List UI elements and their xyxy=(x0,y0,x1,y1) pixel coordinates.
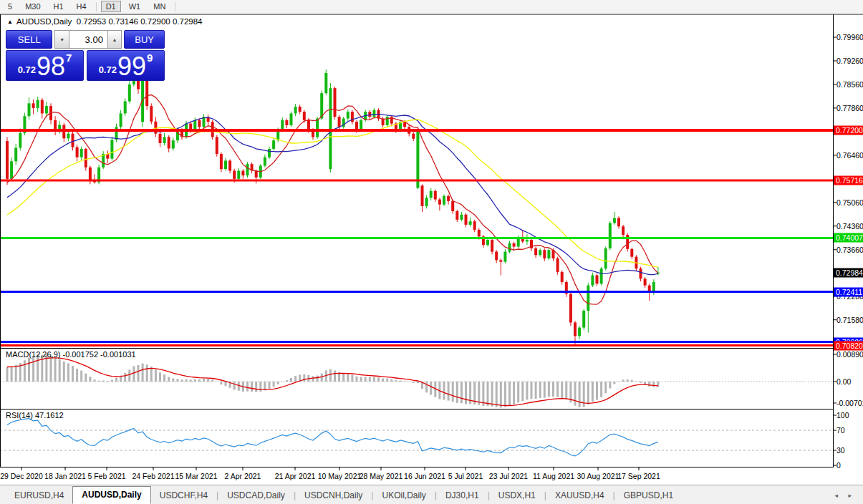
macd-tick-label: 0.008904 xyxy=(837,350,863,359)
tab-scroll-arrows[interactable]: ◂ ▸ xyxy=(834,492,856,499)
date-label: 5 Jul 2021 xyxy=(448,472,483,480)
bid-price-box[interactable]: 0.72 98 7 xyxy=(6,50,84,81)
sell-button[interactable]: SELL xyxy=(6,30,52,49)
date-label: 10 May 2021 xyxy=(318,472,362,480)
price-line-badge: 0.72411 xyxy=(834,287,863,296)
price-tick-label: 0.76460 xyxy=(837,151,863,160)
tab-usdx-h1[interactable]: USDX,H1 xyxy=(490,488,544,504)
tab-xauusd-h4[interactable]: XAUUSD,H4 xyxy=(546,488,613,504)
rsi-tick-label: 0 xyxy=(837,461,841,470)
price-tick-label: 0.74360 xyxy=(837,222,863,231)
symbol-tabbar: EURUSD,H4AUDUSD,DailyUSDCHF,H4|USDCAD,Da… xyxy=(0,485,863,504)
price-tick-label: 0.77860 xyxy=(837,104,863,112)
ask-big-digits: 99 xyxy=(117,54,146,79)
tab-usdcnh-daily[interactable]: USDCNH,Daily xyxy=(296,488,371,504)
rsi-tick-label: 100 xyxy=(837,411,849,420)
price-line-badge: 0.70820 xyxy=(834,341,863,350)
ask-prefix: 0.72 xyxy=(99,64,117,75)
bid-prefix: 0.72 xyxy=(18,64,36,75)
chart-ohlc-values: 0.72953 0.73146 0.72900 0.72984 xyxy=(77,17,203,26)
date-label: 17 Sep 2021 xyxy=(617,472,660,480)
date-label: 15 Mar 2021 xyxy=(175,472,218,480)
collapse-triangle-icon[interactable]: ▲ xyxy=(7,19,13,25)
price-line-badge: 0.77200 xyxy=(834,126,863,135)
bid-big-digits: 98 xyxy=(37,54,65,79)
date-label: 28 May 2021 xyxy=(360,472,403,480)
price-tick-label: 0.79260 xyxy=(837,57,863,65)
buy-button[interactable]: BUY xyxy=(124,30,165,49)
tab-usdchf-h4[interactable]: USDCHF,H4 xyxy=(151,488,216,504)
macd-label: MACD(12,26,9) -0.001752 -0.001031 xyxy=(6,350,136,359)
chart-symbol-label: AUDUSD,Daily xyxy=(16,17,72,26)
price-tick-label: 0.71580 xyxy=(837,316,863,324)
bid-pip-digit: 7 xyxy=(66,52,72,64)
one-click-trade-panel: SELL ▼ 3.00 ▲ BUY 0.72 98 7 0.72 99 9 xyxy=(6,30,165,81)
tab-gbpusd-h1[interactable]: GBPUSD,H1 xyxy=(615,488,682,504)
macd-tick-label: 0.00 xyxy=(837,377,851,386)
volume-input[interactable]: 3.00 xyxy=(69,30,107,49)
price-tick-label: 0.73660 xyxy=(837,246,863,254)
date-label: 5 Feb 2021 xyxy=(87,472,125,480)
chart-title: ▲AUDUSD,Daily 0.72953 0.73146 0.72900 0.… xyxy=(7,17,203,26)
macd-tick-label: -0.00701 xyxy=(837,399,863,407)
date-label: 24 Feb 2021 xyxy=(132,472,175,480)
price-tick-label: 0.79960 xyxy=(837,33,863,42)
volume-increase-button[interactable]: ▲ xyxy=(107,30,122,49)
date-label: 23 Jul 2021 xyxy=(489,472,528,480)
spin-down-icon: ▼ xyxy=(59,37,64,42)
spin-up-icon: ▲ xyxy=(112,37,117,42)
date-label: 18 Jan 2021 xyxy=(44,472,86,480)
tab-audusd-daily[interactable]: AUDUSD,Daily xyxy=(72,486,150,504)
date-label: 11 Aug 2021 xyxy=(533,472,574,480)
rsi-tick-label: 30 xyxy=(837,446,845,455)
rsi-label: RSI(14) 47.1612 xyxy=(6,411,64,420)
ask-pip-digit: 9 xyxy=(147,52,153,64)
date-label: 16 Jun 2021 xyxy=(404,472,445,480)
price-tick-label: 0.78560 xyxy=(837,80,863,89)
tab-eurusd-h4[interactable]: EURUSD,H4 xyxy=(6,488,72,504)
tab-ukoil-daily[interactable]: UKOil,Daily xyxy=(373,488,434,504)
ask-price-box[interactable]: 0.72 99 9 xyxy=(87,50,165,81)
price-line-badge: 0.75716 xyxy=(834,175,863,185)
tab-usdcad-daily[interactable]: USDCAD,Daily xyxy=(218,488,294,504)
date-label: 21 Apr 2021 xyxy=(275,472,316,480)
tab-dj30-h1[interactable]: DJ30,H1 xyxy=(437,488,488,504)
price-line-badge: 0.72984 xyxy=(834,268,863,277)
date-label: 29 Dec 2020 xyxy=(0,472,43,480)
date-label: 30 Aug 2021 xyxy=(577,472,619,480)
date-label: 2 Apr 2021 xyxy=(225,472,261,480)
rsi-tick-label: 70 xyxy=(837,426,845,435)
volume-decrease-button[interactable]: ▼ xyxy=(54,30,69,49)
price-line-badge: 0.74007 xyxy=(834,233,863,243)
price-tick-label: 0.75060 xyxy=(837,198,863,207)
